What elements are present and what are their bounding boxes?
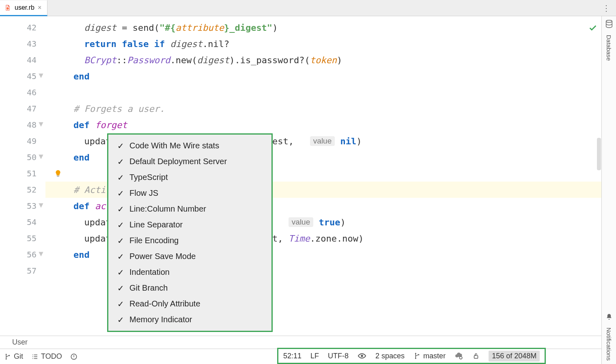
eye-icon (358, 351, 366, 360)
menu-item-label: Code With Me Wire stats (129, 141, 219, 150)
status-bar: 52:11 LF UTF-8 2 spaces master 156 of 20… (277, 348, 546, 364)
code-line[interactable]: # Forgets a user. (45, 101, 601, 117)
menu-item[interactable]: ✓Memory Indicator (108, 312, 271, 328)
check-icon: ✓ (117, 315, 124, 325)
status-memory[interactable]: 156 of 2048M (489, 351, 540, 362)
line-number: 56 (0, 246, 45, 263)
fold-icon[interactable] (38, 203, 44, 208)
menu-item[interactable]: ✓Flow JS (108, 185, 271, 201)
code-line[interactable]: digest = send("#{attribute}_digest") (45, 19, 601, 36)
svg-point-4 (361, 355, 363, 357)
code-line[interactable]: def forget (45, 117, 601, 133)
svg-rect-0 (57, 176, 59, 177)
line-number: 45 (0, 68, 45, 84)
line-number: 57 (0, 263, 45, 279)
check-icon: ✓ (117, 220, 124, 230)
menu-item[interactable]: ✓TypeScript (108, 169, 271, 185)
check-icon: ✓ (117, 173, 124, 182)
menu-item[interactable]: ✓Git Branch (108, 280, 271, 296)
line-number: 43 (0, 36, 45, 52)
tab-options-icon[interactable]: ⋮ (597, 3, 616, 13)
line-number: 54 (0, 214, 45, 230)
database-tool-label[interactable]: Database (605, 35, 612, 61)
menu-item-label: Indentation (129, 268, 170, 277)
notifications-tool-label[interactable]: Notifications (605, 328, 612, 361)
inspection-ok-icon (588, 24, 597, 32)
fold-icon[interactable] (38, 73, 44, 79)
tool-window-problems[interactable] (70, 353, 78, 360)
bell-icon[interactable] (605, 313, 613, 321)
status-indent[interactable]: 2 spaces (375, 352, 405, 360)
database-icon[interactable] (605, 19, 614, 28)
line-number-gutter: 42434445464748495051525354555657 (0, 16, 45, 336)
status-line-column[interactable]: 52:11 (283, 352, 302, 360)
svg-point-6 (415, 358, 416, 359)
menu-item-label: TypeScript (129, 173, 168, 182)
branch-icon (414, 352, 421, 360)
menu-item[interactable]: ✓Line:Column Number (108, 201, 271, 217)
line-number: 48 (0, 117, 45, 133)
status-git-branch[interactable]: master (414, 352, 446, 360)
menu-item[interactable]: ✓File Encoding (108, 233, 271, 248)
check-icon: ✓ (117, 283, 124, 293)
menu-item-label: Line Separator (129, 220, 183, 229)
breadcrumb[interactable]: User (0, 336, 601, 349)
tool-window-git[interactable]: Git (4, 352, 23, 361)
menu-item-label: Git Branch (129, 283, 168, 293)
right-tool-rail: Database Notifications (601, 16, 616, 364)
line-number: 55 (0, 230, 45, 246)
status-readonly[interactable] (472, 352, 480, 360)
menu-item-label: Memory Indicator (129, 315, 192, 324)
svg-point-3 (606, 20, 612, 23)
svg-point-8 (460, 356, 462, 359)
editor-tab-user-rb[interactable]: user.rb × (0, 0, 47, 16)
menu-item[interactable]: ✓Read-Only Attribute (108, 296, 271, 312)
code-line[interactable]: end (45, 68, 601, 84)
intention-bulb-icon[interactable] (54, 169, 62, 178)
fold-icon[interactable] (38, 251, 44, 257)
status-encoding[interactable]: UTF-8 (328, 352, 349, 360)
code-line[interactable]: BCrypt::Password.new(digest).is_password… (45, 52, 601, 68)
list-icon (31, 353, 39, 360)
menu-item[interactable]: ✓Line Separator (108, 217, 271, 233)
line-number: 42 (0, 19, 45, 36)
tool-window-todo[interactable]: TODO (31, 352, 62, 361)
svg-point-7 (418, 354, 419, 355)
menu-item[interactable]: ✓Indentation (108, 264, 271, 280)
status-deployment[interactable] (454, 351, 463, 360)
param-hint: value (310, 136, 335, 146)
check-icon: ✓ (117, 268, 124, 277)
editor-tabbar: user.rb × ⋮ (0, 0, 616, 16)
menu-item-label: File Encoding (129, 236, 179, 245)
problems-icon (70, 353, 78, 360)
line-number: 49 (0, 133, 45, 149)
fold-icon[interactable] (38, 122, 44, 127)
lock-open-icon (472, 352, 480, 360)
close-icon[interactable]: × (38, 4, 41, 11)
line-number: 50 (0, 149, 45, 165)
menu-item[interactable]: ✓Power Save Mode (108, 248, 271, 264)
status-reader-mode[interactable] (358, 351, 366, 360)
fold-icon[interactable] (38, 154, 44, 160)
svg-rect-9 (474, 355, 478, 358)
menu-item-label: Line:Column Number (129, 204, 206, 214)
line-number: 47 (0, 101, 45, 117)
line-number: 44 (0, 52, 45, 68)
check-icon: ✓ (117, 299, 124, 309)
check-icon: ✓ (117, 141, 124, 151)
menu-item[interactable]: ✓Default Deployment Server (108, 154, 271, 169)
code-line[interactable] (45, 84, 601, 101)
menu-item[interactable]: ✓Code With Me Wire stats (108, 138, 271, 154)
param-hint: value (289, 217, 313, 227)
menu-item-label: Flow JS (129, 188, 158, 198)
menu-item-label: Read-Only Attribute (129, 299, 200, 308)
check-icon: ✓ (117, 204, 124, 214)
status-line-separator[interactable]: LF (310, 352, 319, 360)
menu-item-label: Power Save Mode (129, 252, 196, 261)
check-icon: ✓ (117, 252, 124, 261)
code-line[interactable]: return false if digest.nil? (45, 36, 601, 52)
menu-item-label: Default Deployment Server (129, 157, 227, 166)
editor-tab-label: user.rb (15, 4, 34, 11)
check-icon: ✓ (117, 157, 124, 167)
code-editor[interactable]: 42434445464748495051525354555657 digest … (0, 16, 601, 336)
